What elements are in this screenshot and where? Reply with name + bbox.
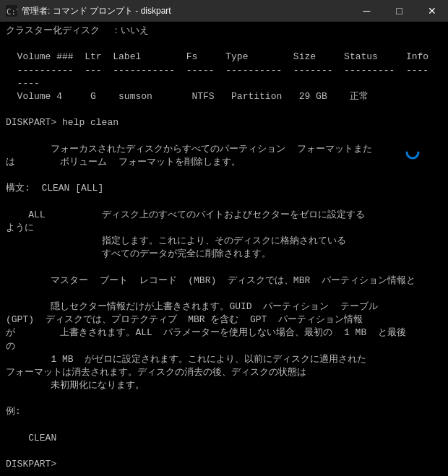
blank-line-4	[6, 169, 442, 182]
prompt-line[interactable]: DISKPART>	[6, 458, 442, 471]
mb-desc-3: 未初期化になります。	[6, 379, 442, 392]
hidden-line-4: の	[6, 340, 442, 353]
blank-line-8	[6, 392, 442, 405]
volume-header: Volume ### Ltr Label Fs Type Size Status…	[6, 51, 442, 64]
blank-line-3	[6, 130, 442, 143]
hidden-line-1: 隠しセクター情報だけが上書きされます。GUID パーティション テーブル	[6, 300, 442, 313]
divider-line: ---------- --- ----------- ----- -------…	[6, 64, 442, 77]
all-param-line-2: ように	[6, 222, 442, 235]
hidden-line-3: が 上書きされます。ALL パラメーターを使用しない場合、最初の 1 MB と最…	[6, 326, 442, 339]
all-param-line-3: 指定します。これにより、そのディスクに格納されている	[6, 235, 442, 248]
console-area[interactable]: クラスター化ディスク ：いいえ Volume ### Ltr Label Fs …	[0, 22, 448, 476]
all-param-line-4: すべてのデータが完全に削除されます。	[6, 248, 442, 261]
blank-line-10	[6, 445, 442, 458]
window: C:\ 管理者: コマンド プロンプト - diskpart ─ □ ✕ クラス…	[0, 0, 448, 476]
title-bar: C:\ 管理者: コマンド プロンプト - diskpart ─ □ ✕	[0, 0, 448, 22]
divider-line-2: ----	[6, 77, 442, 90]
clean-example: CLEAN	[6, 432, 442, 445]
mb-desc-2: フォーマットは消去されます。ディスクの消去の後、ディスクの状態は	[6, 366, 442, 379]
blank-line-7	[6, 287, 442, 300]
window-controls: ─ □ ✕	[350, 0, 448, 22]
loading-circle	[405, 144, 421, 163]
blank-line-2	[6, 103, 442, 116]
close-button[interactable]: ✕	[415, 0, 448, 22]
blank-line-5	[6, 195, 442, 208]
blank-line-6	[6, 261, 442, 274]
svg-point-2	[407, 147, 418, 158]
minimize-button[interactable]: ─	[350, 0, 383, 22]
svg-text:C:\: C:\	[7, 7, 17, 17]
prompt-text: DISKPART>	[6, 458, 62, 471]
hidden-line-2: (GPT) ディスクでは、プロテクティブ MBR を含む GPT パーティション…	[6, 313, 442, 326]
mbr-line-1: マスター ブート レコード (MBR) ディスクでは、MBR パーティション情報…	[6, 274, 442, 287]
example-label: 例:	[6, 405, 442, 418]
cmd-icon: C:\	[6, 5, 17, 17]
desc-line-1: フォーカスされたディスクからすべてのパーティション フォーマットまた	[6, 143, 442, 156]
maximize-button[interactable]: □	[383, 0, 415, 22]
desc-line-2: は ボリューム フォーマットを削除します。	[6, 156, 442, 169]
mb-desc-1: 1 MB がゼロに設定されます。これにより、以前にディスクに適用された	[6, 353, 442, 366]
syntax-line: 構文: CLEAN [ALL]	[6, 182, 442, 195]
blank-line-9	[6, 419, 442, 432]
all-param-line-1: ALL ディスク上のすべてのバイトおよびセクターをゼロに設定する	[6, 209, 442, 222]
blank-line-1	[6, 38, 442, 51]
diskpart-command: DISKPART> help clean	[6, 116, 442, 129]
cluster-line: クラスター化ディスク ：いいえ	[6, 25, 442, 38]
volume-4-row: Volume 4 G sumson NTFS Partition 29 GB 正…	[6, 90, 442, 103]
